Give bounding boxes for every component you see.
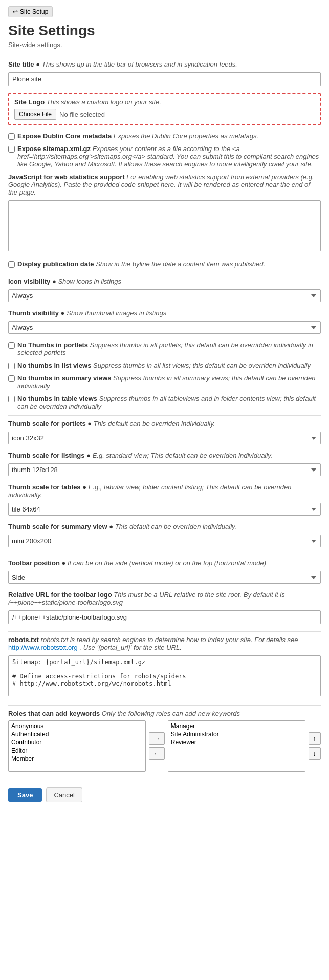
thumb-visibility-label: Thumb visibility: [8, 309, 59, 317]
site-logo-file-status: No file selected: [59, 111, 105, 118]
icon-visibility-select[interactable]: Always Never Authenticated users only: [8, 289, 321, 302]
js-stats-textarea[interactable]: [8, 200, 321, 251]
thumb-scale-tables-label: Thumb scale for tables: [8, 483, 81, 491]
thumb-visibility-select[interactable]: Always Never Authenticated users only: [8, 321, 321, 334]
roles-move-buttons: → ←: [149, 732, 165, 760]
site-logo-choose-file-button[interactable]: Choose File: [14, 109, 56, 120]
available-role-authenticated[interactable]: Authenticated: [10, 730, 144, 738]
js-stats-label: JavaScript for web statistics support: [8, 173, 125, 181]
thumb-scale-tables-select[interactable]: icon 32x32 thumb 128x128 tile 64x64 mini…: [8, 503, 321, 516]
thumb-scale-portlets-desc: This default can be overriden individual…: [94, 420, 215, 428]
no-thumbs-list-views-field: No thumbs in list views Suppress thumbs …: [8, 361, 321, 369]
form-actions: Save Cancel: [8, 787, 321, 802]
thumb-scale-portlets-label: Thumb scale for portlets: [8, 420, 86, 428]
thumb-scale-summary-required: ●: [109, 523, 115, 530]
move-down-button[interactable]: ↓: [309, 747, 321, 760]
icon-visibility-label: Icon visibility: [8, 278, 50, 285]
expose-dublin-core-field: Expose Dublin Core metadata Exposes the …: [8, 132, 321, 140]
roles-updown-buttons: ↑ ↓: [309, 732, 321, 760]
page-subtitle: Site-wide settings.: [8, 41, 321, 49]
robots-txt-textarea[interactable]: Sitemap: {portal_url}/sitemap.xml.gz # D…: [8, 655, 321, 696]
roles-keywords-listbox-container: Anonymous Authenticated Contributor Edit…: [8, 720, 321, 772]
toolbar-position-desc: It can be on the side (vertical mode) or…: [68, 559, 266, 567]
toolbar-logo-url-field: Relative URL for the toolbar logo This m…: [8, 591, 321, 624]
available-role-member[interactable]: Member: [10, 755, 144, 763]
thumb-scale-listings-desc: E.g. standard view; This default can be …: [93, 452, 273, 459]
available-roles-wrap: Anonymous Authenticated Contributor Edit…: [8, 720, 146, 772]
display-publication-date-checkbox[interactable]: [8, 261, 15, 268]
selected-role-reviewer[interactable]: Reviewer: [169, 738, 304, 747]
display-publication-date-desc: Display publication date Show in the byl…: [17, 260, 265, 268]
no-thumbs-summary-views-checkbox[interactable]: [8, 375, 15, 382]
selected-roles-wrap: Manager Site Administrator Reviewer: [168, 720, 305, 772]
no-thumbs-summary-views-field: No thumbs in summary views Suppress thum…: [8, 374, 321, 390]
no-thumbs-table-views-field: No thumbs in table views Suppress thumbs…: [8, 395, 321, 410]
back-button-label: Site Setup: [20, 8, 48, 15]
no-thumbs-list-views-checkbox[interactable]: [8, 363, 15, 369]
expose-dublin-core-desc: Expose Dublin Core metadata Exposes the …: [17, 132, 258, 140]
icon-visibility-field: Icon visibility ● Show icons in listings…: [8, 278, 321, 302]
display-publication-date-field: Display publication date Show in the byl…: [8, 260, 321, 268]
no-thumbs-portlets-checkbox[interactable]: [8, 342, 15, 349]
no-thumbs-table-views-desc: No thumbs in table views Suppress thumbs…: [17, 395, 321, 410]
cancel-button[interactable]: Cancel: [46, 787, 82, 802]
roles-keywords-section: Roles that can add keywords Only the fol…: [8, 710, 321, 772]
toolbar-logo-url-label: Relative URL for the toolbar logo: [8, 591, 112, 599]
site-logo-field: Site Logo This shows a custom logo on yo…: [8, 93, 321, 125]
roles-keywords-label: Roles that can add keywords: [8, 710, 100, 717]
back-to-site-setup-button[interactable]: ↩ Site Setup: [8, 6, 53, 17]
available-role-anonymous[interactable]: Anonymous: [10, 722, 144, 730]
robots-txt-desc: robots.txt is read by search engines to …: [41, 636, 298, 644]
save-button[interactable]: Save: [8, 788, 42, 802]
thumb-scale-portlets-select[interactable]: icon 32x32 thumb 128x128 tile 64x64 mini…: [8, 432, 321, 444]
move-up-button[interactable]: ↑: [309, 732, 321, 745]
thumb-scale-listings-required: ●: [86, 452, 92, 459]
icon-visibility-required: ●: [52, 278, 58, 285]
toolbar-position-select[interactable]: Side Top: [8, 571, 321, 584]
site-title-field: Site title ● This shows up in the title …: [8, 60, 321, 86]
back-icon: ↩: [13, 8, 18, 15]
icon-visibility-desc: Show icons in listings: [58, 278, 121, 285]
available-roles-listbox[interactable]: Anonymous Authenticated Contributor Edit…: [8, 720, 146, 772]
robots-txt-link[interactable]: http://www.robotstxt.org: [8, 644, 78, 651]
robots-txt-label: robots.txt: [8, 636, 39, 644]
site-title-required: ●: [36, 60, 40, 68]
move-right-button[interactable]: →: [149, 732, 165, 745]
move-left-button[interactable]: ←: [149, 747, 165, 760]
thumb-scale-summary-label: Thumb scale for summary view: [8, 523, 107, 530]
thumb-scale-summary-select[interactable]: icon 32x32 thumb 128x128 tile 64x64 mini…: [8, 535, 321, 547]
toolbar-position-label: Toolbar position: [8, 559, 60, 567]
thumb-scale-tables-required: ●: [82, 483, 88, 491]
site-logo-desc: This shows a custom logo on your site.: [47, 98, 161, 106]
available-role-editor[interactable]: Editor: [10, 747, 144, 755]
roles-keywords-desc: Only the following roles can add new key…: [102, 710, 240, 717]
selected-role-site-admin[interactable]: Site Administrator: [169, 730, 304, 738]
expose-sitemap-field: Expose sitemap.xml.gz Exposes your conte…: [8, 145, 321, 168]
thumb-scale-tables-field: Thumb scale for tables ● E.g., tabular v…: [8, 483, 321, 516]
site-logo-label: Site Logo: [14, 98, 45, 106]
no-thumbs-portlets-field: No Thumbs in portlets Suppress thumbs in…: [8, 341, 321, 356]
site-title-desc: This shows up in the title bar of browse…: [42, 60, 237, 68]
selected-role-manager[interactable]: Manager: [169, 722, 304, 730]
no-thumbs-table-views-checkbox[interactable]: [8, 396, 15, 402]
expose-dublin-core-checkbox[interactable]: [8, 133, 15, 140]
thumb-scale-portlets-required: ●: [87, 420, 93, 428]
site-title-input[interactable]: [8, 72, 321, 86]
thumb-visibility-desc: Show thumbnail images in listings: [67, 309, 166, 317]
thumb-scale-summary-desc: This default can be overriden individual…: [115, 523, 237, 530]
toolbar-logo-url-input[interactable]: [8, 610, 321, 624]
robots-txt-desc-after: . Use '{portal_url}' for the site URL.: [79, 644, 181, 651]
thumb-visibility-field: Thumb visibility ● Show thumbnail images…: [8, 309, 321, 334]
thumb-scale-listings-label: Thumb scale for listings: [8, 452, 85, 459]
selected-roles-listbox[interactable]: Manager Site Administrator Reviewer: [168, 720, 305, 772]
available-role-contributor[interactable]: Contributor: [10, 738, 144, 747]
no-thumbs-portlets-desc: No Thumbs in portlets Suppress thumbs in…: [17, 341, 321, 356]
thumb-scale-listings-select[interactable]: icon 32x32 thumb 128x128 tile 64x64 mini…: [8, 463, 321, 476]
thumb-scale-portlets-field: Thumb scale for portlets ● This default …: [8, 420, 321, 444]
js-stats-field: JavaScript for web statistics support Fo…: [8, 173, 321, 253]
toolbar-position-required: ●: [61, 559, 67, 567]
expose-sitemap-checkbox[interactable]: [8, 146, 15, 153]
thumb-scale-summary-field: Thumb scale for summary view ● This defa…: [8, 523, 321, 547]
robots-txt-field: robots.txt robots.txt is read by search …: [8, 636, 321, 698]
site-title-label: Site title: [8, 60, 34, 68]
